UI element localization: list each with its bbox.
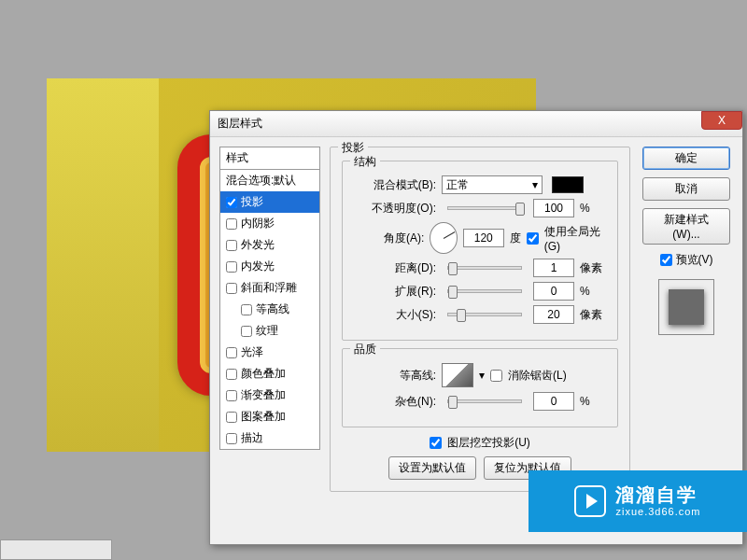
style-item-bevel-emboss[interactable]: 斜面和浮雕: [220, 277, 319, 299]
style-item-stroke[interactable]: 描边: [220, 427, 319, 449]
style-list: 混合选项:默认 投影 内阴影 外发光 内发光 斜面和浮雕 等高线 纹理 光泽 颜…: [219, 169, 320, 450]
style-list-panel: 样式 混合选项:默认 投影 内阴影 外发光 内发光 斜面和浮雕 等高线 纹理 光…: [219, 147, 320, 535]
close-icon: X: [718, 114, 726, 127]
style-item-outer-glow[interactable]: 外发光: [220, 234, 319, 256]
distance-slider[interactable]: [447, 266, 522, 270]
contour-label: 等高线:: [354, 368, 436, 384]
style-item-color-overlay[interactable]: 颜色叠加: [220, 363, 319, 385]
watermark: 溜溜自学 zixue.3d66.com: [529, 470, 747, 532]
checkbox-inner-shadow[interactable]: [226, 218, 237, 230]
checkbox-gradient-overlay[interactable]: [226, 390, 237, 401]
contour-picker[interactable]: [442, 363, 473, 387]
knockout-checkbox[interactable]: [430, 437, 442, 449]
bottom-panel-edge: [0, 539, 112, 560]
style-item-inner-glow[interactable]: 内发光: [220, 256, 319, 277]
noise-slider[interactable]: [447, 399, 522, 403]
shadow-color-swatch[interactable]: [552, 176, 584, 193]
spread-label: 扩展(R):: [354, 284, 436, 300]
spread-input[interactable]: [533, 282, 574, 301]
style-item-inner-shadow[interactable]: 内阴影: [220, 213, 319, 234]
checkbox-outer-glow[interactable]: [226, 240, 237, 251]
style-item-contour[interactable]: 等高线: [220, 299, 319, 320]
style-item-satin[interactable]: 光泽: [220, 342, 319, 363]
checkbox-color-overlay[interactable]: [226, 369, 237, 380]
chevron-down-icon[interactable]: ▾: [479, 369, 485, 382]
checkbox-satin[interactable]: [226, 347, 237, 358]
blend-mode-select[interactable]: 正常 ▾: [442, 175, 543, 194]
drop-shadow-group: 投影 结构 混合模式(B): 正常 ▾ 不透明度(O):: [330, 147, 630, 492]
opacity-label: 不透明度(O):: [354, 201, 436, 217]
knockout-label: 图层挖空投影(U): [447, 435, 530, 451]
structure-group: 结构 混合模式(B): 正常 ▾ 不透明度(O): %: [342, 161, 618, 341]
opacity-slider[interactable]: [447, 206, 522, 210]
ok-button[interactable]: 确定: [642, 147, 730, 170]
spread-slider[interactable]: [447, 289, 522, 293]
dialog-title: 图层样式: [218, 116, 262, 132]
style-item-blend-options[interactable]: 混合选项:默认: [220, 170, 319, 191]
opacity-input[interactable]: [533, 199, 574, 217]
checkbox-pattern-overlay[interactable]: [226, 412, 237, 423]
dialog-titlebar: 图层样式 X: [210, 111, 742, 137]
style-item-drop-shadow[interactable]: 投影: [220, 191, 319, 213]
checkbox-stroke[interactable]: [226, 433, 237, 444]
preview-thumbnail: [658, 279, 714, 335]
angle-label: 角度(A):: [354, 231, 424, 246]
cancel-button[interactable]: 取消: [642, 177, 730, 201]
checkbox-texture[interactable]: [241, 326, 252, 337]
antialias-checkbox[interactable]: [490, 370, 502, 382]
watermark-brand: 溜溜自学: [615, 483, 700, 506]
style-item-texture[interactable]: 纹理: [220, 320, 319, 342]
close-button[interactable]: X: [701, 111, 742, 130]
noise-input[interactable]: [533, 392, 574, 411]
distance-label: 距离(D):: [354, 260, 436, 276]
size-label: 大小(S):: [354, 307, 436, 323]
checkbox-inner-glow[interactable]: [226, 261, 237, 273]
size-slider[interactable]: [447, 313, 522, 316]
antialias-label: 消除锯齿(L): [508, 368, 567, 384]
style-item-gradient-overlay[interactable]: 渐变叠加: [220, 385, 319, 406]
global-light-label: 使用全局光(G): [544, 224, 606, 253]
noise-label: 杂色(N):: [354, 394, 436, 410]
set-default-button[interactable]: 设置为默认值: [388, 456, 476, 480]
style-list-header: 样式: [219, 147, 320, 169]
watermark-url: zixue.3d66.com: [615, 506, 700, 518]
distance-input[interactable]: [533, 259, 574, 277]
size-input[interactable]: [533, 305, 574, 324]
quality-group: 品质 等高线: ▾ 消除锯齿(L) 杂色(N): %: [342, 348, 618, 427]
angle-dial[interactable]: [430, 222, 457, 254]
quality-title: 品质: [350, 342, 380, 357]
blend-mode-label: 混合模式(B):: [354, 177, 436, 193]
style-item-pattern-overlay[interactable]: 图案叠加: [220, 406, 319, 427]
preview-label: 预览(V): [676, 252, 713, 268]
global-light-checkbox[interactable]: [527, 232, 539, 245]
checkbox-contour[interactable]: [241, 304, 252, 315]
checkbox-drop-shadow[interactable]: [226, 197, 237, 208]
chevron-down-icon: ▾: [532, 178, 538, 191]
checkbox-bevel-emboss[interactable]: [226, 283, 237, 294]
preview-checkbox[interactable]: [660, 254, 672, 266]
play-icon: [574, 485, 606, 517]
angle-input[interactable]: [463, 229, 504, 247]
structure-title: 结构: [350, 154, 380, 170]
new-style-button[interactable]: 新建样式(W)...: [642, 208, 730, 245]
